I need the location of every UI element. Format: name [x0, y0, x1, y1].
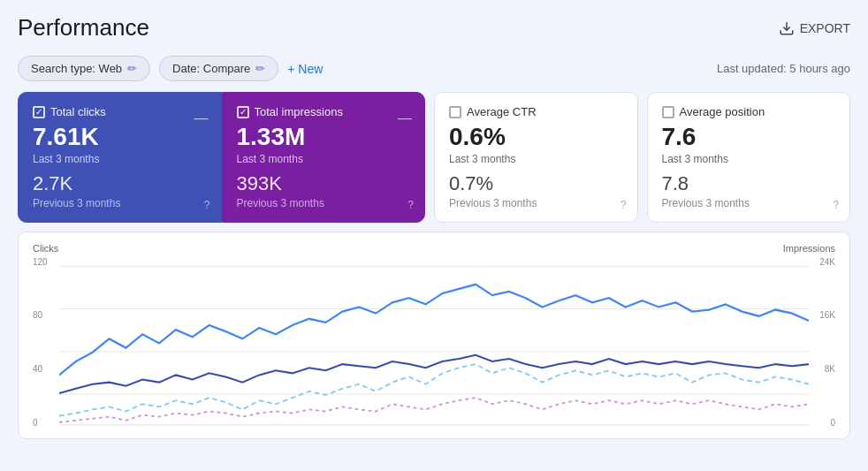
line-chart [33, 257, 835, 429]
total-clicks-checkbox[interactable] [33, 106, 45, 118]
ctr-value: 0.6% [449, 124, 623, 151]
export-button[interactable]: EXPORT [779, 20, 850, 36]
chart-container: 120 80 40 0 24K 16K 8K 0 [33, 257, 835, 429]
chart-left-label: Clicks [33, 243, 58, 254]
page-title: Performance [18, 14, 149, 42]
impressions-checkbox[interactable] [237, 106, 249, 118]
position-value: 7.6 [662, 124, 836, 151]
position-prev-period: Previous 3 months [662, 197, 836, 209]
y-axis-right: 24K 16K 8K 0 [819, 257, 835, 429]
ctr-help-icon[interactable]: ? [621, 199, 627, 211]
metric-avg-position[interactable]: Average position 7.6 Last 3 months 7.8 P… [647, 92, 851, 223]
chart-right-label: Impressions [783, 243, 835, 254]
impressions-prev-line [59, 398, 809, 422]
position-checkbox[interactable] [662, 106, 674, 118]
total-clicks-value: 7.61K [33, 124, 207, 151]
metric-total-clicks[interactable]: Total clicks 7.61K Last 3 months 2.7K Pr… [18, 92, 222, 223]
impressions-current-line [59, 364, 809, 416]
chart-labels: Clicks Impressions [33, 243, 835, 254]
impressions-prev-value: 393K [237, 172, 411, 195]
impressions-help-icon[interactable]: ? [407, 199, 414, 211]
total-clicks-prev-value: 2.7K [33, 172, 207, 195]
total-clicks-label: Total clicks [50, 105, 106, 118]
total-clicks-prev-period: Previous 3 months [33, 197, 207, 209]
impressions-value: 1.33M [237, 124, 411, 151]
clicks-current-line [59, 285, 809, 376]
impressions-label: Total impressions [255, 105, 343, 118]
date-filter-label: Date: Compare [172, 62, 250, 75]
ctr-prev-value: 0.7% [449, 172, 623, 195]
ctr-period: Last 3 months [449, 153, 623, 165]
toolbar: Search type: Web ✏ Date: Compare ✏ + New… [0, 49, 868, 92]
metric-total-impressions[interactable]: Total impressions 1.33M Last 3 months 39… [222, 92, 426, 223]
position-help-icon[interactable]: ? [833, 199, 839, 211]
last-updated: Last updated: 5 hours ago [717, 62, 850, 75]
position-label: Average position [680, 105, 765, 118]
download-icon [779, 20, 795, 36]
metric-avg-ctr[interactable]: Average CTR 0.6% Last 3 months 0.7% Prev… [434, 92, 638, 223]
ctr-checkbox[interactable] [449, 106, 461, 118]
total-clicks-period: Last 3 months [33, 153, 207, 165]
metrics-row: Total clicks 7.61K Last 3 months 2.7K Pr… [0, 92, 868, 223]
date-filter[interactable]: Date: Compare ✏ [159, 56, 278, 81]
edit-icon-date: ✏ [255, 62, 265, 75]
edit-icon: ✏ [127, 62, 137, 75]
ctr-prev-period: Previous 3 months [449, 197, 623, 209]
impressions-prev-period: Previous 3 months [237, 197, 411, 209]
ctr-label: Average CTR [467, 105, 537, 118]
clicks-prev-line [59, 355, 809, 393]
clicks-more-icon[interactable]: — [194, 110, 210, 126]
export-label: EXPORT [800, 21, 850, 35]
chart-section: Clicks Impressions 120 80 40 0 24K 16K 8… [18, 232, 850, 439]
clicks-help-icon[interactable]: ? [204, 199, 210, 211]
search-type-filter[interactable]: Search type: Web ✏ [18, 56, 150, 81]
impressions-period: Last 3 months [237, 153, 411, 165]
impressions-more-icon[interactable]: — [398, 110, 414, 126]
header: Performance EXPORT [0, 0, 868, 49]
y-axis-left: 120 80 40 0 [33, 257, 48, 429]
position-prev-value: 7.8 [662, 172, 836, 195]
new-label: + New [287, 62, 323, 76]
position-period: Last 3 months [662, 153, 836, 165]
search-type-label: Search type: Web [31, 62, 122, 75]
new-button[interactable]: + New [287, 62, 323, 76]
